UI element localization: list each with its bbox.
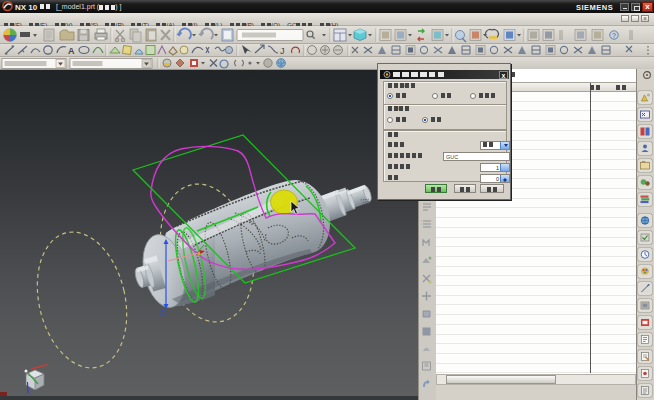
svg-text:A: A — [68, 46, 75, 56]
svg-text:J: J — [280, 46, 285, 56]
svg-text:?: ? — [612, 32, 616, 39]
